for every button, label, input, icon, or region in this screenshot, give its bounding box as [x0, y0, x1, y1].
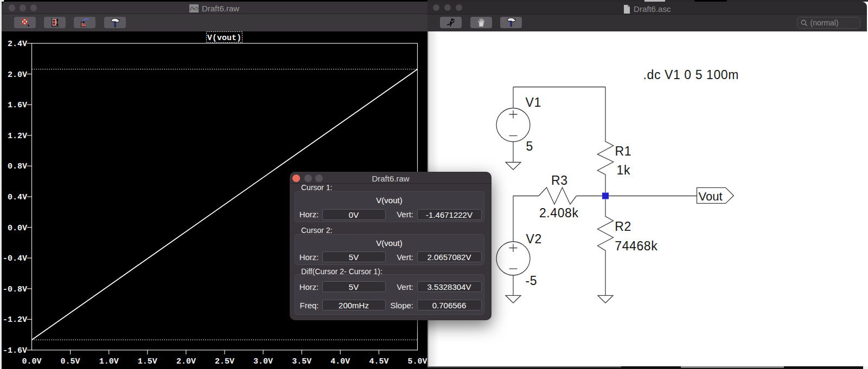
svg-text:2.0V: 2.0V — [8, 70, 27, 80]
svg-text:0.4V: 0.4V — [8, 193, 27, 202]
svg-text:-0.4V: -0.4V — [3, 254, 27, 263]
svg-text:1.6V: 1.6V — [8, 101, 27, 110]
svg-text:1k: 1k — [616, 163, 630, 177]
svg-text:1.0V: 1.0V — [99, 357, 119, 366]
svg-text:3.5V: 3.5V — [292, 357, 311, 366]
svg-text:-0.8V: -0.8V — [3, 285, 27, 294]
svg-text:.dc V1 0 5 100m: .dc V1 0 5 100m — [643, 68, 739, 82]
svg-text:0.0V: 0.0V — [8, 224, 27, 233]
svg-text:0.0V: 0.0V — [22, 357, 41, 366]
svg-text:-1.2V: -1.2V — [3, 315, 27, 325]
svg-text:V(vout): V(vout) — [207, 34, 241, 43]
svg-text:R3: R3 — [551, 173, 568, 187]
svg-text:4.5V: 4.5V — [369, 357, 388, 366]
svg-text:0.5V: 0.5V — [61, 357, 80, 366]
svg-text:2.4V: 2.4V — [8, 40, 27, 49]
svg-text:-5: -5 — [525, 274, 537, 288]
svg-text:2.5V: 2.5V — [215, 357, 234, 366]
svg-text:74468k: 74468k — [615, 238, 658, 253]
svg-text:Vout: Vout — [698, 190, 722, 203]
svg-text:1.5V: 1.5V — [138, 357, 157, 366]
svg-text:V2: V2 — [526, 231, 541, 245]
svg-text:3.0V: 3.0V — [253, 357, 273, 366]
svg-text:R1: R1 — [615, 144, 631, 158]
svg-text:1.2V: 1.2V — [8, 132, 27, 141]
svg-text:5.0V: 5.0V — [407, 357, 427, 366]
svg-text:R2: R2 — [615, 219, 631, 234]
svg-text:2.0V: 2.0V — [176, 357, 196, 366]
svg-text:5: 5 — [526, 139, 533, 153]
svg-text:2.408k: 2.408k — [539, 206, 578, 220]
svg-text:-1.6V: -1.6V — [3, 346, 27, 355]
svg-text:0.8V: 0.8V — [8, 162, 27, 171]
svg-text:V1: V1 — [525, 95, 541, 109]
svg-text:4.0V: 4.0V — [330, 357, 350, 366]
